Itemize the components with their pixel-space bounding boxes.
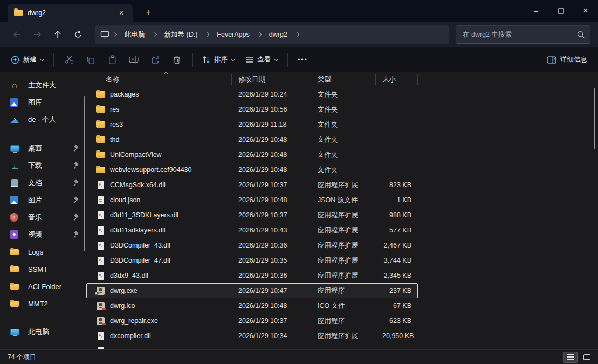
file-row[interactable]: UniCompactView 2026/1/29 10:48 文件夹 <box>86 147 418 162</box>
paste-button[interactable] <box>101 51 123 69</box>
new-button[interactable]: 新建 <box>5 51 49 68</box>
sidebar-item[interactable]: 图片 <box>4 191 83 209</box>
sidebar-item[interactable]: Logs <box>4 243 83 260</box>
sidebar-item-icon <box>10 161 19 170</box>
file-row[interactable]: cloud.json 2026/1/29 10:48 JSON 源文件 1 KB <box>86 193 418 208</box>
sort-icon <box>202 56 210 64</box>
column-header-name[interactable]: 名称 <box>86 72 232 87</box>
file-row[interactable]: dwrg_repair.exe 2026/1/29 10:37 应用程序 623… <box>86 313 418 328</box>
file-row[interactable]: webviewsupport.cef904430 2026/1/29 10:48… <box>86 162 418 177</box>
file-row[interactable] <box>86 344 418 349</box>
icon-overlay-badge <box>95 292 99 295</box>
file-row[interactable]: dxcompiler.dll 2026/1/29 10:34 应用程序扩展 20… <box>86 328 418 344</box>
sidebar-item[interactable]: 图库 <box>4 94 83 111</box>
back-button[interactable] <box>8 26 26 43</box>
column-headers: 名称 修改日期 类型 大小 <box>86 72 598 87</box>
close-window-button[interactable]: × <box>573 0 598 22</box>
file-name-cell: dwrg.exe <box>86 286 232 295</box>
file-date-cell: 2026/1/29 10:47 <box>232 287 311 294</box>
column-divider[interactable] <box>417 74 418 85</box>
refresh-button[interactable] <box>69 26 87 43</box>
sidebar-item[interactable]: ACLFolder <box>4 278 83 295</box>
file-type-icon <box>96 347 105 349</box>
details-view-toggle[interactable] <box>563 352 578 363</box>
breadcrumb-item-dwrg2[interactable]: dwrg2 <box>265 29 292 40</box>
sidebar-item[interactable]: de - 个人 <box>4 111 83 128</box>
sidebar-item[interactable]: 下载 <box>4 157 83 174</box>
explorer-tab[interactable]: dwrg2 × <box>8 4 133 22</box>
sidebar-item[interactable]: 主文件夹 <box>4 77 83 94</box>
file-type-icon <box>96 286 105 295</box>
sidebar: 主文件夹 图库 de - 个人 <box>0 72 86 349</box>
sidebar-item[interactable]: SSMT <box>4 260 83 278</box>
sidebar-item-icon <box>10 196 18 204</box>
file-name: dwrg.exe <box>110 287 138 294</box>
file-row[interactable]: res 2026/1/29 10:56 文件夹 <box>86 102 418 117</box>
search-box[interactable] <box>456 25 590 44</box>
share-button[interactable] <box>145 51 166 69</box>
column-header-size[interactable]: 大小 <box>376 72 418 87</box>
breadcrumb-item-drive-d[interactable]: 新加卷 (D:) <box>160 28 202 42</box>
file-row[interactable]: thd 2026/1/29 10:48 文件夹 <box>86 132 418 147</box>
file-row[interactable]: d3d11sdklayers.dll 2026/1/29 10:43 应用程序扩… <box>86 223 418 238</box>
more-options-button[interactable]: ••• <box>292 56 313 64</box>
up-button[interactable] <box>49 26 67 43</box>
copy-button[interactable] <box>80 51 101 69</box>
column-header-name-label: 名称 <box>106 75 119 84</box>
file-row[interactable]: res3 2026/1/29 11:18 文件夹 <box>86 117 418 132</box>
new-button-label: 新建 <box>23 55 37 64</box>
file-row[interactable]: packages 2026/1/29 10:24 文件夹 <box>86 87 418 102</box>
sidebar-item-label: 图库 <box>28 98 80 107</box>
toolbar-divider <box>287 53 288 67</box>
file-type-cell: 文件夹 <box>311 135 376 145</box>
sidebar-item[interactable]: 文档 <box>4 174 83 191</box>
sidebar-item-label: 下载 <box>28 161 73 170</box>
file-type-cell: 应用程序扩展 <box>311 241 376 250</box>
maximize-button[interactable] <box>548 0 573 22</box>
sidebar-scrollbar[interactable] <box>84 96 85 251</box>
tab-close-icon[interactable]: × <box>115 7 127 19</box>
view-button[interactable]: 查看 <box>240 51 283 68</box>
file-date-cell: 2026/1/29 10:36 <box>232 272 311 279</box>
search-icon[interactable] <box>577 31 585 38</box>
list-scrollbar[interactable] <box>594 88 595 149</box>
sidebar-item-icon <box>10 230 18 239</box>
delete-button[interactable] <box>166 51 188 69</box>
file-name: webviewsupport.cef904430 <box>110 166 192 174</box>
file-row[interactable]: dwrg.exe 2026/1/29 10:47 应用程序 237 KB <box>86 283 418 298</box>
chevron-right-icon <box>295 32 299 37</box>
sidebar-item-icon <box>10 247 19 257</box>
sidebar-item[interactable]: 桌面 <box>4 140 83 157</box>
breadcrumb-item-this-pc[interactable]: 此电脑 <box>120 28 149 42</box>
file-row[interactable]: d3d11_3SDKLayers.dll 2026/1/29 10:37 应用程… <box>86 208 418 223</box>
file-row[interactable]: dwrg.ico 2026/1/29 10:48 ICO 文件 67 KB <box>86 298 418 313</box>
window-controls: – × <box>524 0 598 22</box>
file-row[interactable]: d3dx9_43.dll 2026/1/29 10:36 应用程序扩展 2,34… <box>86 268 418 283</box>
breadcrumb-item-feverapps[interactable]: FeverApps <box>212 29 253 40</box>
search-input[interactable] <box>463 31 577 38</box>
minimize-button[interactable]: – <box>524 0 548 22</box>
chevron-right-icon <box>205 32 209 37</box>
forward-button[interactable] <box>28 26 46 43</box>
thumbnail-view-toggle[interactable] <box>580 352 594 363</box>
column-header-date[interactable]: 修改日期 <box>232 72 311 87</box>
sidebar-item[interactable]: 视频 <box>4 226 83 243</box>
file-date-cell: 2026/1/29 10:37 <box>232 181 311 189</box>
cut-button[interactable] <box>58 51 80 69</box>
file-row[interactable]: CCMsgSdk.x64.dll 2026/1/29 10:37 应用程序扩展 … <box>86 177 418 193</box>
sidebar-item[interactable]: MMT2 <box>4 295 83 312</box>
details-pane-button[interactable]: 详细信息 <box>541 51 593 68</box>
column-header-type[interactable]: 类型 <box>311 72 376 87</box>
new-tab-button[interactable]: + <box>140 5 156 19</box>
sidebar-item[interactable]: 音乐 <box>4 209 83 226</box>
chevron-right-icon <box>152 32 156 37</box>
file-row[interactable]: D3DCompiler_47.dll 2026/1/29 10:35 应用程序扩… <box>86 253 418 268</box>
sort-button[interactable]: 排序 <box>197 51 240 68</box>
sidebar-item[interactable]: 此电脑 <box>4 324 83 341</box>
statusbar: 74 个项目 <box>0 349 598 364</box>
file-type-cell: 应用程序 <box>311 286 376 296</box>
file-row[interactable]: D3DCompiler_43.dll 2026/1/29 10:36 应用程序扩… <box>86 238 418 253</box>
file-date-cell: 2026/1/29 10:48 <box>232 302 311 310</box>
rename-button[interactable]: A <box>123 51 145 69</box>
sidebar-divider <box>8 318 79 318</box>
